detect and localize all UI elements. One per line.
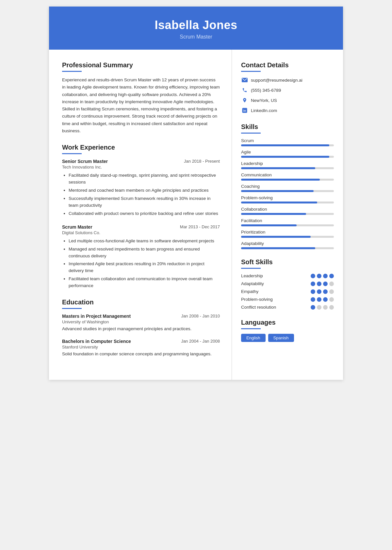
edu-item: Masters in Project ManagementJan 2008 - …	[62, 314, 220, 332]
education-section: Education Masters in Project ManagementJ…	[62, 299, 220, 358]
skill-name: Prioritization	[241, 230, 334, 235]
dot-filled	[317, 289, 321, 294]
skill-item: Problem-solving	[241, 195, 334, 203]
skill-bar-bg	[241, 202, 334, 203]
dot-empty	[329, 289, 334, 294]
soft-skills-container: LeadershipAdaptabilityEmpathyProblem-sol…	[241, 273, 334, 310]
soft-skill-item: Leadership	[241, 273, 334, 278]
languages-divider	[241, 328, 261, 329]
job-bullet: Facilitated daily stand-up meetings, spr…	[69, 172, 220, 186]
contact-divider	[241, 71, 261, 72]
skill-bar-fill	[241, 179, 320, 181]
skill-name: Leadership	[241, 161, 334, 166]
contact-item: (555) 345-6789	[241, 87, 334, 94]
soft-skills-title: Soft Skills	[241, 258, 334, 266]
candidate-name: Isabella Jones	[62, 18, 330, 32]
dot-empty	[329, 297, 334, 302]
summary-divider	[62, 71, 82, 72]
skill-item: Scrum	[241, 138, 334, 146]
skill-item: Adaptability	[241, 241, 334, 249]
soft-skill-item: Empathy	[241, 289, 334, 294]
skill-name: Scrum	[241, 138, 334, 143]
job-bullet: Collaborated with product owners to prio…	[69, 210, 220, 217]
edu-school: University of Washington	[62, 319, 220, 324]
dot-filled	[317, 282, 321, 286]
edu-dates: Jan 2008 - Jan 2010	[181, 314, 220, 318]
edu-degree: Masters in Project Management	[62, 314, 131, 319]
dot-empty	[317, 305, 321, 310]
contact-item: NewYork, US	[241, 97, 334, 104]
job-dates: Jan 2018 - Present	[184, 159, 220, 164]
skill-bar-bg	[241, 247, 334, 249]
skill-bar-fill	[241, 202, 317, 203]
linkedin-icon: in	[241, 107, 248, 114]
summary-text: Experienced and results-driven Scrum Mas…	[62, 76, 220, 135]
main-column: Professional Summary Experienced and res…	[49, 50, 232, 380]
job-bullet: Implemented Agile best practices resulti…	[69, 261, 220, 274]
contact-text: LinkedIn.com	[251, 108, 277, 113]
job-company: Tech Innovations Inc.	[62, 165, 220, 170]
summary-title: Professional Summary	[62, 61, 220, 69]
job-dates: Mar 2013 - Dec 2017	[180, 224, 220, 229]
soft-skill-dots	[311, 305, 334, 310]
job-bullet: Facilitated team collaboration and commu…	[69, 276, 220, 289]
resume-page: Isabella Jones Scrum Master Professional…	[49, 7, 343, 380]
skill-bar-fill	[241, 236, 311, 238]
contact-text: support@resumedesign.ai	[251, 78, 302, 83]
svg-text:in: in	[243, 109, 246, 112]
skill-item: Coaching	[241, 184, 334, 192]
job-item: Senior Scrum MasterJan 2018 - PresentTec…	[62, 159, 220, 217]
dot-filled	[323, 282, 328, 286]
skill-name: Problem-solving	[241, 195, 334, 200]
skill-bar-bg	[241, 167, 334, 169]
skill-bar-fill	[241, 213, 306, 215]
skill-bar-bg	[241, 179, 334, 181]
dot-empty	[323, 305, 328, 310]
dot-filled	[323, 297, 328, 302]
education-title: Education	[62, 299, 220, 306]
job-item: Scrum MasterMar 2013 - Dec 2017Digital S…	[62, 224, 220, 289]
contact-item: inLinkedIn.com	[241, 107, 334, 114]
skill-bar-bg	[241, 156, 334, 158]
soft-skill-item: Adaptability	[241, 281, 334, 286]
job-bullets: Facilitated daily stand-up meetings, spr…	[62, 172, 220, 217]
candidate-title: Scrum Master	[62, 34, 330, 40]
phone-icon	[241, 87, 248, 94]
dot-empty	[329, 282, 334, 286]
skill-bar-bg	[241, 213, 334, 215]
skill-bar-bg	[241, 224, 334, 226]
soft-skill-item: Problem-solving	[241, 297, 334, 302]
dot-empty	[329, 305, 334, 310]
dot-filled	[311, 282, 315, 286]
dot-filled	[311, 297, 315, 302]
skill-bar-fill	[241, 190, 314, 192]
soft-skill-name: Empathy	[241, 289, 258, 294]
skills-section: Skills ScrumAgileLeadershipCommunication…	[241, 123, 334, 249]
soft-skill-dots	[311, 297, 334, 302]
edu-degree: Bachelors in Computer Science	[62, 339, 131, 344]
skills-divider	[241, 133, 261, 134]
languages-title: Languages	[241, 319, 334, 326]
dot-filled	[329, 274, 334, 278]
dot-filled	[311, 305, 315, 310]
jobs-container: Senior Scrum MasterJan 2018 - PresentTec…	[62, 159, 220, 289]
skill-bar-fill	[241, 247, 315, 249]
skill-bar-fill	[241, 167, 315, 169]
side-column: Contact Details support@resumedesign.ai(…	[232, 50, 343, 380]
soft-skill-name: Problem-solving	[241, 297, 273, 302]
skill-bar-fill	[241, 156, 329, 158]
skill-item: Collaboration	[241, 207, 334, 215]
dot-filled	[323, 289, 328, 294]
edu-desc: Advanced studies in project management p…	[62, 326, 220, 332]
soft-skills-divider	[241, 268, 261, 269]
skill-bar-bg	[241, 236, 334, 238]
skill-bar-bg	[241, 190, 334, 192]
skill-name: Agile	[241, 150, 334, 154]
soft-skill-dots	[311, 282, 334, 286]
contact-container: support@resumedesign.ai(555) 345-6789New…	[241, 76, 334, 114]
language-tag: Spanish	[268, 334, 294, 342]
soft-skill-item: Conflict resolution	[241, 305, 334, 310]
email-icon	[241, 76, 248, 84]
contact-section: Contact Details support@resumedesign.ai(…	[241, 61, 334, 114]
skill-name: Adaptability	[241, 241, 334, 246]
